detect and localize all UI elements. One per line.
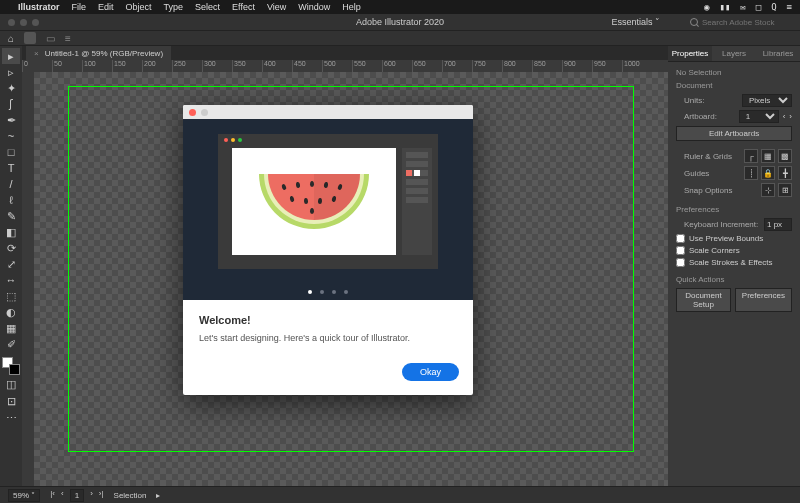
cc-icon[interactable]: ▮▮	[719, 2, 730, 12]
draw-mode-icon[interactable]: ◫	[2, 376, 20, 392]
minimize-window-icon[interactable]	[20, 19, 27, 26]
prev-artboard-icon[interactable]: ‹	[783, 112, 786, 121]
ruler-tick: 350	[232, 60, 262, 72]
workspace-switcher[interactable]: Essentials ˅	[611, 17, 660, 27]
grid-icon[interactable]: ▦	[761, 149, 775, 163]
smart-guides-icon[interactable]: ╋	[778, 166, 792, 180]
display-icon[interactable]: □	[756, 2, 761, 12]
edit-toolbar-icon[interactable]: ⋯	[2, 410, 20, 426]
artboard-select[interactable]: 1	[739, 110, 779, 123]
search-menu-icon[interactable]: Q	[771, 2, 776, 12]
maximize-window-icon[interactable]	[32, 19, 39, 26]
page-dot-2[interactable]	[320, 290, 324, 294]
shape-builder-tool[interactable]: ◐	[2, 304, 20, 320]
document-setup-button[interactable]: Document Setup	[676, 288, 731, 312]
free-transform-tool[interactable]: ⬚	[2, 288, 20, 304]
document-section-label: Document	[676, 81, 792, 90]
menu-help[interactable]: Help	[342, 2, 361, 12]
next-artboard-icon[interactable]: ›	[789, 112, 792, 121]
guides-visibility-icon[interactable]: ┊	[744, 166, 758, 180]
status-dropdown-icon[interactable]: ▸	[156, 491, 160, 500]
ruler-tick: 0	[22, 60, 52, 72]
kb-increment-input[interactable]	[764, 218, 792, 231]
page-dot-3[interactable]	[332, 290, 336, 294]
eraser-tool[interactable]: ◧	[2, 224, 20, 240]
control-fill-icon[interactable]	[24, 32, 36, 44]
guides-lock-icon[interactable]: 🔒	[761, 166, 775, 180]
tab-properties[interactable]: Properties	[668, 46, 712, 61]
control-stroke-icon[interactable]: ▭	[46, 33, 55, 44]
transparency-grid-icon[interactable]: ▩	[778, 149, 792, 163]
eyedropper-tool[interactable]: ✐	[2, 336, 20, 352]
menu-app[interactable]: Illustrator	[18, 2, 60, 12]
preview-bounds-checkbox[interactable]	[676, 234, 685, 243]
okay-button[interactable]: Okay	[402, 363, 459, 381]
lasso-tool[interactable]: ʃ	[2, 96, 20, 112]
home-icon[interactable]: ⌂	[8, 33, 14, 44]
snap-grid-icon[interactable]: ⊞	[778, 183, 792, 197]
magic-wand-tool[interactable]: ✦	[2, 80, 20, 96]
scale-strokes-label: Scale Strokes & Effects	[689, 258, 772, 267]
window-controls[interactable]	[8, 19, 39, 26]
pen-tool[interactable]: ✒	[2, 112, 20, 128]
artboard-nav: |‹ ‹ 1 › ›|	[50, 489, 103, 502]
tab-libraries[interactable]: Libraries	[756, 46, 800, 61]
screen-mode-icon[interactable]: ⊡	[2, 393, 20, 409]
preferences-button[interactable]: Preferences	[735, 288, 792, 312]
tools-panel: ▸▹✦ʃ✒~□T/ℓ✎◧⟳⤢↔⬚◐▦✐ ◫ ⊡ ⋯	[0, 46, 22, 486]
notification-icon[interactable]: ✉	[740, 2, 745, 12]
gradient-tool[interactable]: ▦	[2, 320, 20, 336]
selection-tool[interactable]: ▸	[2, 48, 20, 64]
dialog-titlebar[interactable]	[183, 105, 473, 119]
prev-artboard-nav-icon[interactable]: ‹	[61, 489, 64, 502]
next-artboard-nav-icon[interactable]: ›	[90, 489, 93, 502]
menu-file[interactable]: File	[72, 2, 87, 12]
rotate-tool[interactable]: ⟳	[2, 240, 20, 256]
menu-view[interactable]: View	[267, 2, 286, 12]
artboard-number-input[interactable]: 1	[70, 489, 84, 502]
control-center-icon[interactable]: ≡	[787, 2, 792, 12]
shaper-tool[interactable]: ✎	[2, 208, 20, 224]
search-input[interactable]	[702, 18, 792, 27]
width-tool[interactable]: ↔	[2, 272, 20, 288]
control-opacity-icon[interactable]: ≡	[65, 33, 71, 44]
scale-tool[interactable]: ⤢	[2, 256, 20, 272]
stock-search[interactable]	[690, 18, 792, 27]
scale-corners-checkbox[interactable]	[676, 246, 685, 255]
ruler-tick: 200	[142, 60, 172, 72]
line-tool[interactable]: /	[2, 176, 20, 192]
zoom-level[interactable]: 59% ˅	[8, 489, 40, 502]
close-window-icon[interactable]	[8, 19, 15, 26]
horizontal-ruler[interactable]: 0501001502002503003504004505005506006507…	[22, 60, 668, 72]
dialog-close-icon[interactable]	[189, 109, 196, 116]
menu-window[interactable]: Window	[298, 2, 330, 12]
document-tab[interactable]: × Untitled-1 @ 59% (RGB/Preview)	[26, 46, 171, 60]
color-swatch[interactable]	[2, 357, 20, 375]
menu-effect[interactable]: Effect	[232, 2, 255, 12]
page-dot-4[interactable]	[344, 290, 348, 294]
vertical-ruler[interactable]	[22, 72, 34, 486]
menu-type[interactable]: Type	[164, 2, 184, 12]
tab-layers[interactable]: Layers	[712, 46, 756, 61]
ruler-tick: 250	[172, 60, 202, 72]
menu-object[interactable]: Object	[126, 2, 152, 12]
snap-options-label: Snap Options	[684, 186, 732, 195]
first-artboard-icon[interactable]: |‹	[50, 489, 55, 502]
menu-edit[interactable]: Edit	[98, 2, 114, 12]
paintbrush-tool[interactable]: ℓ	[2, 192, 20, 208]
ruler-icon[interactable]: ┌	[744, 149, 758, 163]
units-select[interactable]: Pixels	[742, 94, 792, 107]
last-artboard-icon[interactable]: ›|	[99, 489, 104, 502]
direct-selection-tool[interactable]: ▹	[2, 64, 20, 80]
snap-point-icon[interactable]: ⊹	[761, 183, 775, 197]
curvature-tool[interactable]: ~	[2, 128, 20, 144]
rectangle-tool[interactable]: □	[2, 144, 20, 160]
close-tab-icon[interactable]: ×	[34, 49, 39, 58]
scale-strokes-checkbox[interactable]	[676, 258, 685, 267]
stroke-color-icon[interactable]	[9, 364, 20, 375]
menu-select[interactable]: Select	[195, 2, 220, 12]
page-dot-1[interactable]	[308, 290, 312, 294]
ruler-tick: 800	[502, 60, 532, 72]
type-tool[interactable]: T	[2, 160, 20, 176]
edit-artboards-button[interactable]: Edit Artboards	[676, 126, 792, 141]
